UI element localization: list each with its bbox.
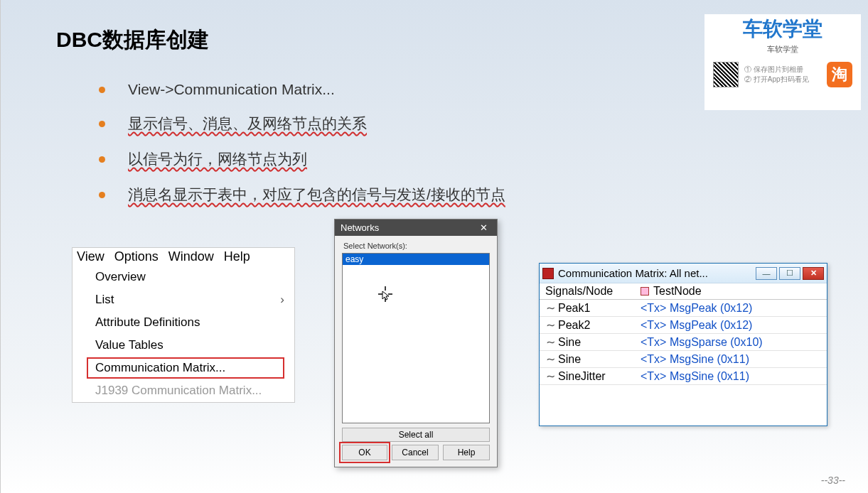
networks-dialog: Networks ✕ Select Network(s): easy Selec… bbox=[334, 219, 498, 467]
matrix-row: ∼Sine<Tx> MsgSine (0x11) bbox=[540, 351, 827, 368]
bullet-dot bbox=[99, 156, 105, 163]
watermark-subtitle: 车软学堂 bbox=[704, 44, 861, 55]
networks-titlebar: Networks ✕ bbox=[335, 220, 497, 236]
matrix-row: ∼SineJitter<Tx> MsgSine (0x11) bbox=[540, 368, 827, 385]
help-button[interactable]: Help bbox=[443, 445, 490, 460]
signal-icon: ∼ bbox=[545, 318, 555, 332]
bullet-item: 显示信号、消息、及网络节点的关系 bbox=[99, 114, 505, 134]
view-menu-item[interactable]: Communication Matrix... bbox=[73, 357, 294, 379]
watermark-card: 车软学堂 车软学堂 ① 保存图片到相册 ② 打开App扫码看见 淘 bbox=[704, 14, 861, 110]
minimize-button[interactable]: — bbox=[756, 267, 777, 280]
matrix-header-row: Signals/NodeTestNode bbox=[540, 283, 827, 300]
menu-bar-item[interactable]: Window bbox=[168, 249, 214, 264]
cancel-button[interactable]: Cancel bbox=[392, 445, 439, 460]
signal-cell: ∼SineJitter bbox=[540, 368, 636, 384]
msg-cell: <Tx> MsgPeak (0x12) bbox=[636, 300, 827, 316]
view-menu-item: J1939 Communication Matrix... bbox=[73, 379, 294, 402]
menu-bar-item[interactable]: Options bbox=[114, 249, 159, 264]
col-header-node: TestNode bbox=[636, 283, 827, 299]
signal-cell: ∼Peak2 bbox=[540, 317, 636, 333]
taobao-icon: 淘 bbox=[827, 62, 852, 87]
bullet-text: 以信号为行，网络节点为列 bbox=[128, 149, 307, 169]
menu-bar-item[interactable]: View bbox=[77, 249, 105, 264]
cursor-icon bbox=[378, 286, 392, 305]
page-title: DBC数据库创建 bbox=[56, 26, 209, 55]
watermark-steps: ① 保存图片到相册 ② 打开App扫码看见 bbox=[744, 65, 821, 85]
bullet-text: 显示信号、消息、及网络节点的关系 bbox=[128, 114, 367, 134]
signal-icon: ∼ bbox=[545, 352, 555, 366]
signal-cell: ∼Sine bbox=[540, 351, 636, 367]
view-menu-item[interactable]: List bbox=[73, 288, 294, 311]
col-header-signals: Signals/Node bbox=[540, 283, 636, 299]
signal-icon: ∼ bbox=[545, 301, 555, 315]
bullet-dot bbox=[99, 87, 105, 93]
msg-cell: <Tx> MsgSparse (0x10) bbox=[636, 334, 827, 350]
matrix-row: ∼Peak1<Tx> MsgPeak (0x12) bbox=[540, 300, 827, 317]
bullet-dot bbox=[99, 121, 105, 127]
view-menu-item[interactable]: Overview bbox=[73, 266, 294, 288]
menu-bar-item[interactable]: Help bbox=[224, 249, 250, 264]
signal-cell: ∼Peak1 bbox=[540, 300, 636, 316]
close-button[interactable]: ✕ bbox=[803, 267, 824, 280]
signal-icon: ∼ bbox=[545, 369, 555, 383]
comm-matrix-window: Communication Matrix: All net... — ☐ ✕ S… bbox=[539, 263, 827, 426]
ok-button[interactable]: OK bbox=[342, 445, 387, 460]
matrix-title: Communication Matrix: All net... bbox=[558, 267, 756, 279]
matrix-row: ∼Sine<Tx> MsgSparse (0x10) bbox=[540, 334, 827, 351]
select-all-button[interactable]: Select all bbox=[342, 428, 490, 442]
view-menu-item[interactable]: Attribute Definitions bbox=[73, 311, 294, 334]
watermark-title: 车软学堂 bbox=[704, 16, 861, 43]
bullet-list: View->Communication Matrix...显示信号、消息、及网络… bbox=[99, 81, 505, 220]
bullet-item: 消息名显示于表中，对应了包含的信号与发送/接收的节点 bbox=[99, 185, 505, 205]
highlight-box bbox=[87, 357, 284, 379]
bullet-item: 以信号为行，网络节点为列 bbox=[99, 149, 505, 169]
msg-cell: <Tx> MsgPeak (0x12) bbox=[636, 317, 827, 333]
maximize-button[interactable]: ☐ bbox=[779, 267, 800, 280]
menu-bar: ViewOptionsWindowHelp bbox=[73, 248, 294, 266]
matrix-row: ∼Peak2<Tx> MsgPeak (0x12) bbox=[540, 317, 827, 334]
signal-icon: ∼ bbox=[545, 335, 555, 349]
msg-cell: <Tx> MsgSine (0x11) bbox=[636, 368, 827, 384]
network-item-easy[interactable]: easy bbox=[343, 254, 489, 265]
page-number: --33-- bbox=[821, 475, 845, 486]
msg-cell: <Tx> MsgSine (0x11) bbox=[636, 351, 827, 367]
network-listbox[interactable]: easy bbox=[342, 253, 490, 423]
view-menu-item[interactable]: Value Tables bbox=[73, 334, 294, 357]
bullet-dot bbox=[99, 192, 105, 198]
matrix-icon bbox=[542, 268, 554, 279]
node-icon bbox=[641, 287, 649, 296]
select-network-label: Select Network(s): bbox=[343, 242, 490, 250]
close-icon[interactable]: ✕ bbox=[476, 222, 491, 233]
view-menu: ViewOptionsWindowHelp OverviewListAttrib… bbox=[72, 247, 295, 403]
qr-icon bbox=[713, 62, 739, 87]
networks-title: Networks bbox=[341, 222, 379, 233]
signal-cell: ∼Sine bbox=[540, 334, 636, 350]
bullet-text: 消息名显示于表中，对应了包含的信号与发送/接收的节点 bbox=[128, 185, 505, 205]
bullet-text: View->Communication Matrix... bbox=[128, 81, 335, 98]
bullet-item: View->Communication Matrix... bbox=[99, 81, 505, 98]
